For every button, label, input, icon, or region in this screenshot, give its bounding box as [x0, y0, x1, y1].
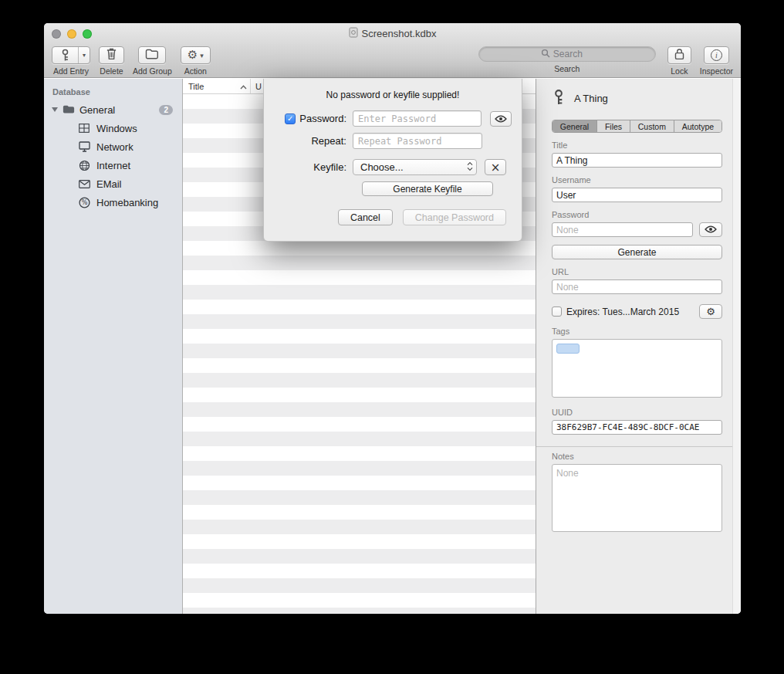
keyfile-popup-button[interactable]: Choose...: [353, 159, 477, 175]
add-entry-label: Add Entry: [53, 66, 89, 76]
key-icon: [52, 47, 78, 63]
sidebar-item-homebanking[interactable]: % Homebanking: [44, 193, 182, 212]
expires-checkbox[interactable]: [552, 307, 562, 317]
sidebar-item-label: Network: [96, 141, 133, 153]
sidebar: Database General 2 Windows Network: [44, 79, 183, 614]
sidebar-item-label: General: [79, 104, 154, 116]
titlebar[interactable]: Screenshot.kdbx: [44, 23, 741, 44]
inspector-scrollbar[interactable]: [732, 79, 741, 614]
password-label: Password:: [299, 113, 346, 124]
uuid-field[interactable]: [552, 420, 722, 435]
popup-chevrons-icon: [467, 161, 473, 174]
sidebar-item-general[interactable]: General 2: [44, 100, 182, 119]
search-label: Search: [554, 64, 580, 73]
inspector-button[interactable]: i: [704, 46, 729, 64]
delete-button[interactable]: [99, 46, 124, 64]
eye-icon: [705, 225, 717, 235]
tab-general[interactable]: General: [553, 120, 596, 132]
add-entry-button[interactable]: ▾: [52, 46, 90, 64]
lock-icon: [674, 48, 684, 63]
sidebar-item-label: EMail: [96, 178, 122, 190]
traffic-lights: [52, 29, 92, 39]
title-field[interactable]: [552, 153, 722, 168]
lock-button[interactable]: [667, 46, 691, 64]
search-field[interactable]: [478, 46, 656, 62]
password-field-label: Password: [552, 210, 722, 219]
lock-label: Lock: [671, 66, 688, 76]
add-entry-item: ▾ Add Entry: [52, 46, 90, 76]
minimize-button[interactable]: [67, 29, 76, 39]
clear-keyfile-button[interactable]: ×: [485, 159, 506, 175]
close-button[interactable]: [52, 29, 61, 39]
title-field-label: Title: [552, 141, 722, 150]
keyfile-row: Keyfile: Choose... ×: [279, 159, 506, 175]
dialog-password-input[interactable]: [353, 110, 482, 127]
entry-header: A Thing: [552, 89, 722, 108]
delete-item: Delete: [99, 46, 124, 76]
add-group-button[interactable]: [138, 46, 166, 64]
url-field-label: URL: [552, 267, 722, 276]
sidebar-item-windows[interactable]: Windows: [44, 119, 182, 137]
action-label: Action: [184, 66, 207, 76]
document-icon: [349, 27, 358, 40]
change-password-button[interactable]: Change Password: [403, 209, 506, 225]
action-button[interactable]: ⚙ ▾: [181, 46, 211, 64]
tags-field[interactable]: [552, 339, 722, 398]
sidebar-item-internet[interactable]: Internet: [44, 156, 182, 174]
add-group-item: Add Group: [133, 46, 172, 76]
expires-settings-button[interactable]: ⚙: [699, 304, 722, 319]
search-input[interactable]: [553, 49, 593, 59]
folder-icon: [63, 104, 75, 115]
entry-title-text: A Thing: [574, 93, 608, 104]
dialog-repeat-input[interactable]: [353, 133, 482, 149]
sidebar-item-label: Homebanking: [96, 197, 158, 208]
tab-files[interactable]: Files: [596, 120, 630, 132]
uuid-field-label: UUID: [552, 408, 722, 417]
tab-custom[interactable]: Custom: [630, 120, 674, 132]
sort-ascending-icon: [240, 82, 247, 91]
reveal-password-button[interactable]: [699, 222, 722, 237]
password-checkbox[interactable]: ✓: [285, 113, 296, 124]
envelope-icon: [78, 180, 90, 188]
sidebar-item-email[interactable]: EMail: [44, 174, 182, 193]
info-icon: i: [711, 49, 722, 61]
sidebar-section-header: Database: [44, 85, 182, 100]
generate-keyfile-button[interactable]: Generate Keyfile: [362, 181, 493, 196]
add-entry-dropdown-arrow[interactable]: ▾: [78, 47, 90, 63]
svg-text:%: %: [81, 199, 87, 206]
add-group-label: Add Group: [133, 66, 172, 76]
generate-password-button[interactable]: Generate: [552, 245, 722, 259]
delete-label: Delete: [100, 66, 123, 76]
username-field[interactable]: [552, 188, 722, 202]
folder-icon: [145, 49, 159, 63]
expires-row: Expires: Tues...March 2015 ⚙: [552, 304, 722, 319]
tab-autotype[interactable]: Autotype: [674, 120, 721, 132]
repeat-row: Repeat:: [279, 133, 506, 149]
url-field[interactable]: [552, 279, 722, 294]
search-item: Search: [478, 46, 656, 73]
monitor-icon: [78, 141, 90, 152]
disclosure-triangle-icon[interactable]: [52, 107, 58, 112]
gear-icon: ⚙: [188, 49, 198, 61]
gear-icon: ⚙: [706, 307, 715, 317]
inspector-tabs: General Files Custom Autotype: [552, 120, 722, 133]
zoom-button[interactable]: [83, 29, 92, 39]
trash-icon: [106, 47, 117, 63]
sidebar-item-label: Internet: [96, 160, 130, 171]
password-field[interactable]: [552, 222, 693, 237]
tag-token[interactable]: [556, 344, 580, 354]
eye-icon: [495, 112, 507, 126]
window-title: Screenshot.kdbx: [349, 27, 437, 40]
toolbar: ▾ Add Entry Delete Add Group ⚙ ▾: [44, 44, 741, 78]
column-header-title[interactable]: Title: [183, 79, 251, 93]
dialog-reveal-password-button[interactable]: [490, 111, 512, 127]
notes-field[interactable]: [552, 464, 722, 532]
expires-label: Expires: Tues...March 2015: [566, 307, 694, 317]
sidebar-item-network[interactable]: Network: [44, 137, 182, 156]
window-title-text: Screenshot.kdbx: [362, 28, 437, 39]
action-item: ⚙ ▾ Action: [181, 46, 211, 76]
inspector-content: A Thing General Files Custom Autotype Ti…: [536, 79, 732, 614]
password-row: ✓ Password:: [279, 110, 506, 127]
change-password-dialog: No password or keyfile supplied! ✓ Passw…: [263, 79, 522, 242]
cancel-button[interactable]: Cancel: [338, 209, 393, 225]
